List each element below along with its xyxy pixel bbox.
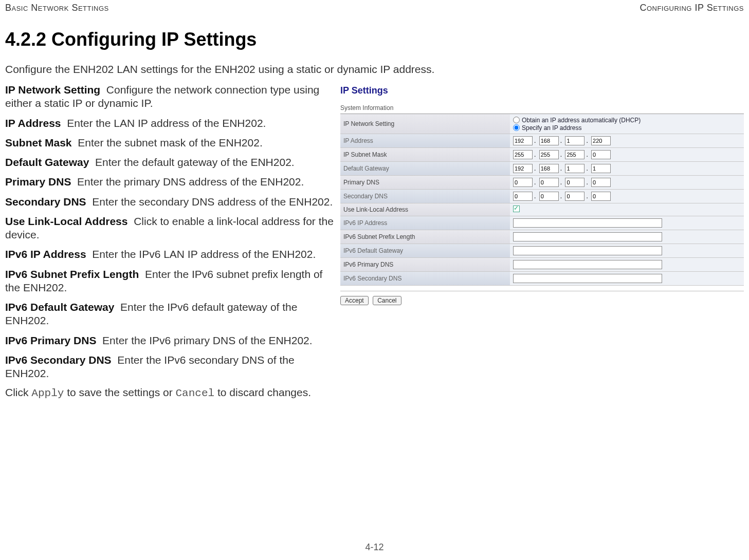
- def-term: IPv6 Default Gateway: [5, 301, 114, 313]
- label-link-local: Use Link-Local Address: [340, 203, 510, 216]
- ipv6-gateway-input[interactable]: [513, 246, 662, 255]
- label-ip-network-setting: IP Network Setting: [340, 114, 510, 134]
- gw-octet-1[interactable]: [513, 164, 533, 173]
- def-desc: Enter the IPv6 LAN IP address of the ENH…: [92, 248, 316, 260]
- label-subnet-mask: IP Subnet Mask: [340, 147, 510, 161]
- def-term: Default Gateway: [5, 156, 89, 168]
- label-ip-address: IP Address: [340, 134, 510, 147]
- mask-octet-3[interactable]: [565, 150, 584, 159]
- def-term: Subnet Mask: [5, 137, 72, 148]
- label-ipv6-gateway: IPv6 Default Gateway: [340, 244, 510, 257]
- def-desc: Enter the LAN IP address of the ENH202.: [67, 117, 266, 129]
- ipv6-primary-dns-input[interactable]: [513, 260, 662, 269]
- checkbox-link-local[interactable]: [513, 206, 520, 212]
- apply-code: Apply: [31, 387, 64, 399]
- ip-octet-3[interactable]: [565, 136, 584, 145]
- ipv6-ip-input[interactable]: [513, 218, 662, 228]
- settings-panel: IP Settings System Information IP Networ…: [340, 83, 744, 305]
- mask-octet-1[interactable]: [513, 150, 533, 159]
- pdns-octet-1[interactable]: [513, 178, 533, 187]
- footnote: Click Apply to save the settings or Canc…: [5, 386, 334, 399]
- def-term: IPv6 Secondary DNS: [5, 354, 112, 366]
- label-ipv6-ip: IPv6 IP Address: [340, 216, 510, 230]
- radio-static[interactable]: [513, 124, 520, 131]
- cancel-code: Cancel: [175, 387, 214, 399]
- page-title: 4.2.2 Configuring IP Settings: [5, 29, 744, 50]
- page-number: 4-12: [0, 542, 749, 553]
- sdns-octet-4[interactable]: [591, 192, 611, 201]
- definitions-column: IP Network Setting Configure the network…: [5, 83, 334, 399]
- header-right: Configuring IP Settings: [640, 3, 744, 13]
- label-ipv6-secondary-dns: IPv6 Secondary DNS: [340, 271, 510, 285]
- sdns-octet-3[interactable]: [565, 192, 584, 201]
- header-left: Basic Network Settings: [5, 3, 109, 13]
- pdns-octet-3[interactable]: [565, 178, 584, 187]
- gw-octet-3[interactable]: [565, 164, 584, 173]
- intro-text: Configure the ENH202 LAN settings for th…: [5, 63, 744, 76]
- label-secondary-dns: Secondary DNS: [340, 189, 510, 203]
- radio-dhcp[interactable]: [513, 117, 520, 123]
- def-desc: Enter the secondary DNS address of the E…: [92, 196, 333, 208]
- label-ipv6-prefix: IPv6 Subnet Prefix Length: [340, 230, 510, 244]
- def-term: IPv6 Primary DNS: [5, 334, 96, 346]
- label-ipv6-primary-dns: IPv6 Primary DNS: [340, 257, 510, 271]
- def-term: Secondary DNS: [5, 196, 86, 208]
- gw-octet-2[interactable]: [539, 164, 559, 173]
- mask-octet-2[interactable]: [539, 150, 559, 159]
- def-term: IP Address: [5, 117, 61, 129]
- pdns-octet-2[interactable]: [539, 178, 559, 187]
- def-term: IPv6 Subnet Prefix Length: [5, 268, 139, 280]
- ip-octet-1[interactable]: [513, 136, 533, 145]
- accept-button[interactable]: Accept: [340, 296, 369, 305]
- ipv6-secondary-dns-input[interactable]: [513, 274, 662, 283]
- label-default-gateway: Default Gateway: [340, 161, 510, 175]
- cancel-button[interactable]: Cancel: [373, 296, 401, 305]
- def-term: Use Link-Local Address: [5, 215, 127, 227]
- gw-octet-4[interactable]: [591, 164, 611, 173]
- def-term: IP Network Setting: [5, 84, 100, 96]
- mask-octet-4[interactable]: [591, 150, 611, 159]
- panel-title: IP Settings: [340, 85, 744, 96]
- pdns-octet-4[interactable]: [591, 178, 611, 187]
- def-term: IPv6 IP Address: [5, 248, 86, 260]
- ipv6-prefix-input[interactable]: [513, 232, 662, 241]
- ip-octet-4[interactable]: [591, 136, 611, 145]
- def-term: Primary DNS: [5, 176, 71, 188]
- system-information-heading: System Information: [340, 99, 744, 114]
- def-desc: Enter the primary DNS address of the ENH…: [77, 176, 304, 188]
- def-desc: Enter the subnet mask of the ENH202.: [78, 137, 263, 148]
- ip-octet-2[interactable]: [539, 136, 559, 145]
- radio-dhcp-label: Obtain an IP address automatically (DHCP…: [522, 117, 641, 124]
- def-desc: Enter the IPv6 primary DNS of the ENH202…: [102, 334, 313, 346]
- def-desc: Enter the default gateway of the ENH202.: [95, 156, 295, 168]
- sdns-octet-2[interactable]: [539, 192, 559, 201]
- label-primary-dns: Primary DNS: [340, 175, 510, 189]
- sdns-octet-1[interactable]: [513, 192, 533, 201]
- radio-static-label: Specify an IP address: [522, 124, 582, 132]
